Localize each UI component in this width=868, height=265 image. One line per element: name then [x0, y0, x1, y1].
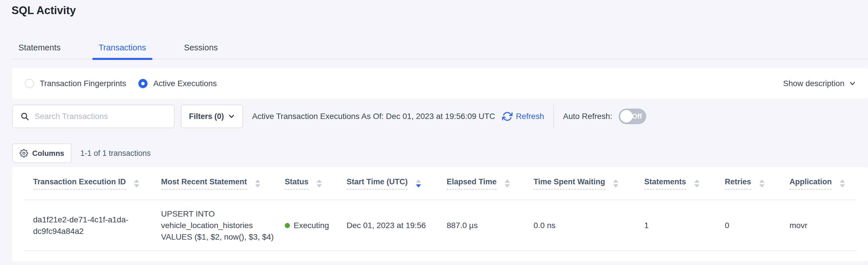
- column-header-most-recent-statement[interactable]: Most Recent Statement: [161, 178, 285, 189]
- search-box: [12, 105, 175, 128]
- view-mode-radio-group: Transaction Fingerprints Active Executio…: [25, 79, 217, 88]
- column-header-transaction-execution-id[interactable]: Transaction Execution ID: [33, 178, 161, 189]
- transactions-table: Transaction Execution ID Most Recent Sta…: [12, 167, 868, 261]
- toggle-state-label: Off: [632, 112, 642, 121]
- column-header-statements[interactable]: Statements: [644, 178, 725, 189]
- tab-bar: Statements Transactions Sessions: [12, 43, 868, 59]
- tab-sessions[interactable]: Sessions: [178, 43, 224, 59]
- column-header-status[interactable]: Status: [285, 178, 347, 189]
- sort-desc-icon: [416, 180, 421, 187]
- refresh-label: Refresh: [516, 112, 544, 121]
- cell-retries: 0: [725, 220, 789, 231]
- filters-label: Filters (0): [189, 112, 224, 121]
- column-header-time-spent-waiting[interactable]: Time Spent Waiting: [533, 178, 644, 189]
- radio-label: Active Executions: [153, 79, 217, 88]
- chevron-down-icon: [849, 80, 856, 87]
- cell-start-time: Dec 01, 2023 at 19:56: [347, 220, 447, 231]
- cell-status: Executing: [285, 220, 347, 231]
- radio-transaction-fingerprints[interactable]: Transaction Fingerprints: [25, 79, 126, 88]
- refresh-button[interactable]: Refresh: [502, 111, 544, 122]
- results-count: 1-1 of 1 transactions: [80, 149, 151, 158]
- table-row[interactable]: da1f21e2-de71-4c1f-a1da-dc9fc94a84a2 UPS…: [24, 200, 857, 251]
- sort-icon: [613, 180, 618, 187]
- sort-icon: [505, 180, 510, 187]
- cell-time-spent-waiting: 0.0 ns: [533, 220, 644, 231]
- filters-button[interactable]: Filters (0): [181, 105, 243, 128]
- auto-refresh-toggle[interactable]: Off: [619, 109, 646, 124]
- view-options-card: Transaction Fingerprints Active Executio…: [12, 68, 868, 99]
- columns-button[interactable]: Columns: [12, 143, 72, 163]
- sql-activity-page: SQL Activity Statements Transactions Ses…: [0, 4, 868, 261]
- sort-icon: [317, 180, 322, 187]
- columns-button-label: Columns: [32, 149, 64, 158]
- gear-icon: [20, 149, 28, 158]
- auto-refresh-label: Auto Refresh:: [563, 112, 612, 121]
- cell-transaction-execution-id[interactable]: da1f21e2-de71-4c1f-a1da-dc9fc94a84a2: [33, 214, 161, 237]
- cell-most-recent-statement: UPSERT INTO vehicle_location_histories V…: [161, 208, 285, 243]
- sort-icon: [840, 180, 845, 187]
- sort-icon: [255, 180, 260, 187]
- tab-transactions[interactable]: Transactions: [92, 43, 152, 59]
- cell-elapsed-time: 887.0 µs: [447, 220, 533, 231]
- radio-active-executions[interactable]: Active Executions: [138, 79, 217, 88]
- status-label: Executing: [293, 220, 329, 231]
- status-dot-icon: [285, 223, 290, 228]
- column-header-retries[interactable]: Retries: [725, 178, 789, 189]
- toolbar: Filters (0) Active Transaction Execution…: [12, 105, 868, 128]
- search-input[interactable]: [34, 112, 168, 121]
- sort-icon: [134, 180, 139, 187]
- radio-label: Transaction Fingerprints: [40, 79, 126, 88]
- sort-icon: [694, 180, 700, 187]
- column-header-elapsed-time[interactable]: Elapsed Time: [447, 178, 533, 189]
- radio-unselected-icon: [25, 79, 34, 88]
- column-header-start-time[interactable]: Start Time (UTC): [347, 178, 447, 189]
- sort-icon: [759, 180, 765, 187]
- radio-selected-icon: [138, 79, 148, 88]
- chevron-down-icon: [228, 113, 235, 120]
- search-icon: [20, 112, 29, 121]
- show-description-toggle[interactable]: Show description: [783, 79, 856, 88]
- table-header-row: Transaction Execution ID Most Recent Sta…: [24, 167, 857, 200]
- toggle-knob-icon: [620, 110, 633, 123]
- toolbar-divider: [553, 105, 554, 128]
- column-header-application[interactable]: Application: [789, 178, 857, 189]
- cell-statements: 1: [644, 220, 725, 231]
- show-description-label: Show description: [783, 79, 844, 88]
- table-controls-row: Columns 1-1 of 1 transactions: [12, 143, 868, 163]
- tab-statements[interactable]: Statements: [12, 43, 67, 59]
- as-of-timestamp: Active Transaction Executions As Of: Dec…: [252, 112, 495, 121]
- refresh-arrows-icon: [502, 111, 513, 122]
- cell-application: movr: [789, 220, 857, 231]
- page-title: SQL Activity: [11, 4, 868, 17]
